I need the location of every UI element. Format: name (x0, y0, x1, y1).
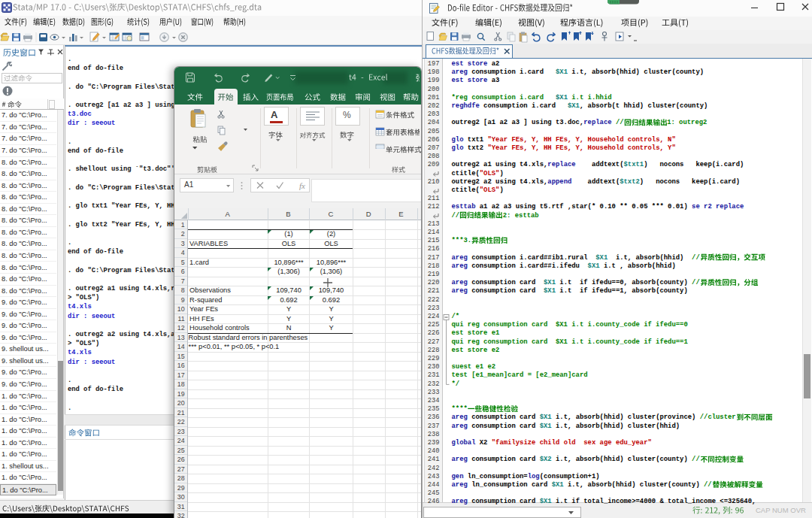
svg-text:fx: fx (299, 181, 305, 190)
